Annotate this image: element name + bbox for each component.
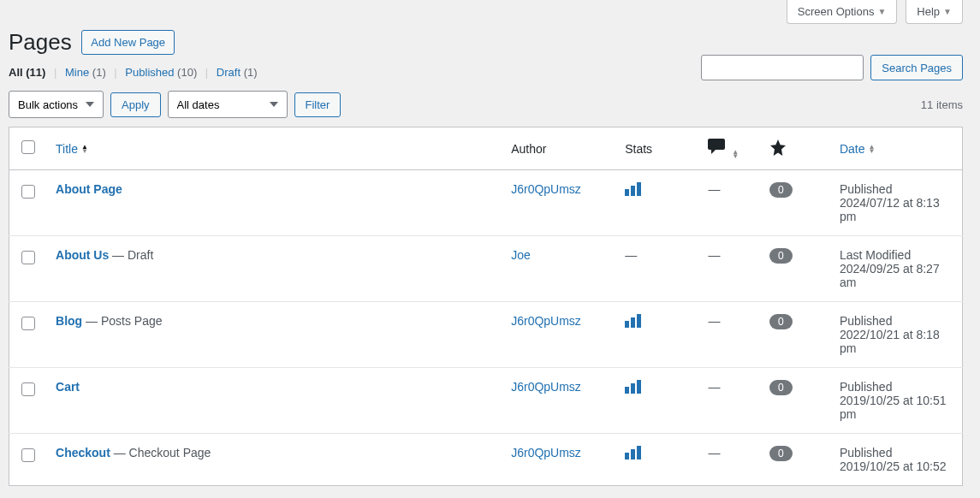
comments-value: — [708, 182, 720, 196]
date-when: 2019/10/25 at 10:52 [840, 459, 953, 473]
featured-count: 0 [769, 248, 793, 264]
stats-empty: — [625, 248, 637, 262]
date-when: 2022/10/21 at 8:18 pm [840, 328, 953, 355]
column-stats: Stats [616, 127, 699, 170]
row-title-link[interactable]: Cart [56, 380, 80, 394]
row-checkbox[interactable] [21, 382, 35, 396]
page-title: Pages [9, 29, 72, 56]
dates-select[interactable]: All dates [168, 91, 288, 118]
stats-bars-icon[interactable] [625, 380, 641, 394]
column-author: Author [502, 127, 616, 170]
pages-table: Title ▲▼ Author Stats ▲▼ Date ▲▼ [9, 127, 963, 486]
search-input[interactable] [701, 55, 864, 80]
add-new-page-button[interactable]: Add New Page [81, 30, 175, 55]
filter-published[interactable]: Published [125, 66, 177, 79]
post-state: — Posts Page [82, 314, 162, 328]
screen-options-tab[interactable]: Screen Options ▼ [787, 0, 898, 24]
table-row: Blog — Posts PageJ6r0QpUmsz—0Published20… [9, 302, 963, 368]
featured-count: 0 [769, 182, 793, 198]
help-label: Help [917, 5, 940, 18]
column-featured [761, 127, 831, 170]
sort-icon: ▲▼ [81, 145, 88, 153]
stats-bars-icon[interactable] [625, 314, 641, 328]
bulk-actions-select[interactable]: Bulk actions [9, 91, 104, 118]
row-title-link[interactable]: About Page [56, 182, 122, 196]
featured-count: 0 [769, 380, 793, 395]
select-all-checkbox[interactable] [21, 140, 35, 154]
author-link[interactable]: J6r0QpUmsz [511, 182, 581, 196]
stats-bars-icon[interactable] [625, 446, 641, 459]
comments-value: — [708, 314, 720, 328]
row-title-link[interactable]: About Us [56, 248, 109, 262]
author-link[interactable]: J6r0QpUmsz [511, 314, 581, 328]
column-date-sort[interactable]: Date ▲▼ [840, 142, 876, 156]
item-count: 11 items [921, 98, 963, 111]
author-link[interactable]: J6r0QpUmsz [511, 380, 581, 394]
post-state: — Checkout Page [110, 446, 211, 459]
row-title-link[interactable]: Checkout [56, 446, 110, 459]
row-checkbox[interactable] [21, 317, 35, 330]
filter-draft[interactable]: Draft [217, 66, 244, 79]
row-checkbox[interactable] [21, 185, 35, 199]
column-title-sort[interactable]: Title ▲▼ [56, 142, 88, 156]
date-when: 2024/09/25 at 8:27 am [840, 262, 953, 289]
sort-icon: ▲▼ [869, 145, 876, 153]
date-status: Published [840, 380, 953, 394]
stats-bars-icon[interactable] [625, 182, 641, 196]
screen-options-label: Screen Options [798, 5, 875, 18]
star-icon [769, 139, 787, 156]
table-row: About PageJ6r0QpUmsz—0Published2024/07/1… [9, 170, 963, 236]
comments-value: — [708, 380, 720, 394]
table-row: Checkout — Checkout PageJ6r0QpUmsz—0Publ… [9, 434, 963, 486]
chevron-down-icon: ▼ [943, 7, 952, 16]
date-status: Last Modified [840, 248, 953, 262]
date-when: 2019/10/25 at 10:51 pm [840, 394, 953, 421]
author-link[interactable]: Joe [511, 248, 531, 262]
date-status: Published [840, 446, 953, 459]
date-status: Published [840, 182, 953, 196]
table-row: CartJ6r0QpUmsz—0Published2019/10/25 at 1… [9, 368, 963, 434]
column-comments[interactable]: ▲▼ [699, 127, 761, 170]
search-pages-button[interactable]: Search Pages [870, 55, 963, 80]
sort-icon: ▲▼ [732, 150, 739, 158]
comment-icon [708, 139, 725, 154]
row-title-link[interactable]: Blog [56, 314, 82, 328]
table-row: About Us — DraftJoe——0Last Modified2024/… [9, 236, 963, 302]
filter-all[interactable]: All (11) [9, 66, 49, 79]
filter-mine[interactable]: Mine [65, 66, 92, 79]
chevron-down-icon: ▼ [877, 7, 886, 16]
apply-button[interactable]: Apply [110, 92, 161, 117]
post-state: — Draft [109, 248, 153, 262]
row-checkbox[interactable] [21, 448, 35, 462]
featured-count: 0 [769, 314, 793, 329]
featured-count: 0 [769, 446, 793, 461]
help-tab[interactable]: Help ▼ [906, 0, 963, 24]
date-status: Published [840, 314, 953, 328]
date-when: 2024/07/12 at 8:13 pm [840, 196, 953, 223]
author-link[interactable]: J6r0QpUmsz [511, 446, 581, 459]
row-checkbox[interactable] [21, 251, 35, 264]
comments-value: — [708, 248, 720, 262]
comments-value: — [708, 446, 720, 459]
filter-button[interactable]: Filter [294, 92, 342, 117]
